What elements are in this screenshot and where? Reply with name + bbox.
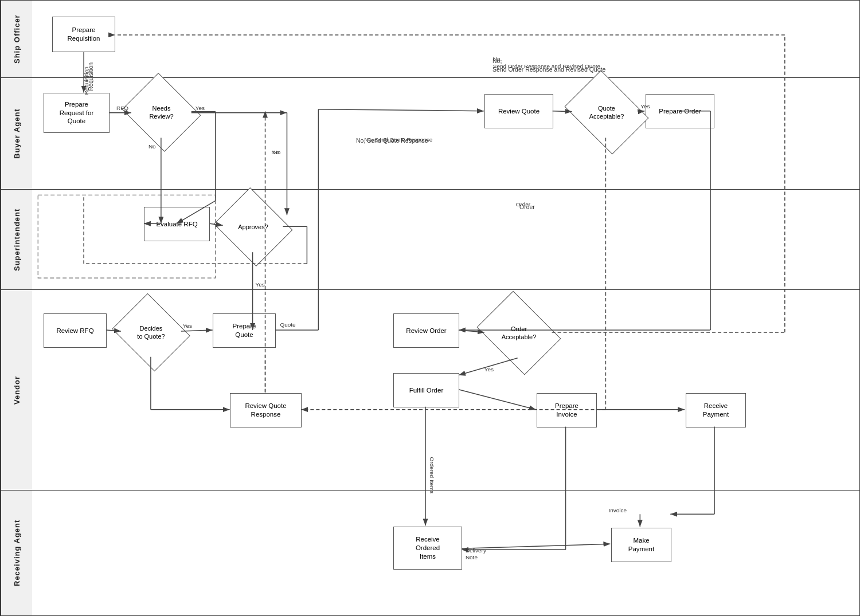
- diagram-container: Ship Officer Buyer Agent Superintendent …: [0, 0, 860, 616]
- lane-content-ship-officer: [32, 1, 859, 77]
- prepare-order-box: Prepare Order: [646, 94, 714, 128]
- lane-ship-officer: Ship Officer: [1, 1, 859, 78]
- fulfill-order-box: Fulfill Order: [393, 373, 459, 407]
- review-quote-box: Review Quote: [484, 94, 553, 128]
- receive-ordered-items-box: ReceiveOrderedItems: [393, 527, 462, 570]
- prepare-quote-box: PrepareQuote: [213, 313, 276, 348]
- decides-to-quote-diamond: Decidesto Quote?: [121, 307, 181, 358]
- lane-label-ship-officer: Ship Officer: [1, 1, 32, 77]
- lbl-order: Order: [519, 203, 535, 210]
- lane-label-receiving-agent: Receiving Agent: [1, 491, 32, 615]
- lbl-no-send-order-response: No,Send Order Response and Revised Quote: [492, 57, 605, 73]
- lane-label-buyer-agent: Buyer Agent: [1, 78, 32, 189]
- receive-payment-box: ReceivePayment: [686, 393, 746, 427]
- order-acceptable-diamond: OrderAcceptable?: [485, 307, 553, 359]
- approves-diamond: Approves?: [223, 201, 283, 253]
- review-order-box: Review Order: [393, 313, 459, 348]
- needs-review-diamond: NeedsReview?: [131, 87, 191, 138]
- make-payment-box: MakePayment: [611, 528, 671, 562]
- lane-label-superintendent: Superintendent: [1, 190, 32, 289]
- evaluate-rfq-box: Evaluate RFQ: [144, 207, 210, 241]
- review-rfq-box: Review RFQ: [44, 313, 107, 348]
- prepare-requisition-box: PrepareRequisition: [52, 17, 115, 52]
- lane-buyer-agent: Buyer Agent: [1, 78, 859, 190]
- lane-label-vendor: Vendor: [1, 290, 32, 490]
- review-quote-response-box: Review QuoteResponse: [230, 393, 302, 427]
- lane-superintendent: Superintendent: [1, 190, 859, 290]
- quote-acceptable-diamond: QuoteAcceptable?: [573, 87, 640, 138]
- lbl-requisition-v: Requisition: [88, 62, 94, 91]
- lbl-no-send-quote-response: No, Send Quote Response: [356, 137, 428, 144]
- prepare-invoice-box: PrepareInvoice: [537, 393, 597, 427]
- prepare-rfq-box: PrepareRequest forQuote: [44, 93, 110, 133]
